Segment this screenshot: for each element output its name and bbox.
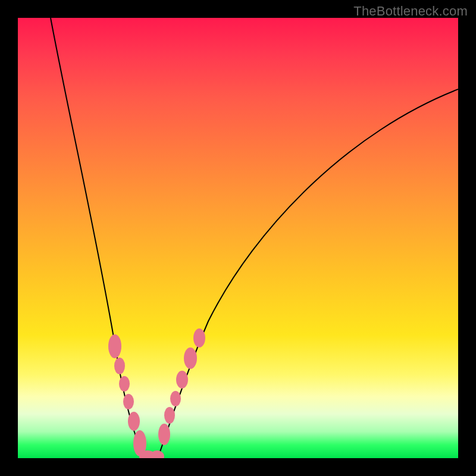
bead-icon: [108, 334, 121, 358]
bead-cluster: [108, 328, 205, 458]
bead-icon: [176, 371, 188, 389]
bead-icon: [128, 412, 140, 431]
curve-left-branch: [51, 18, 146, 458]
bead-icon: [119, 376, 130, 392]
bead-icon: [184, 347, 197, 369]
watermark-text: TheBottleneck.com: [353, 4, 468, 19]
bead-icon: [170, 391, 181, 406]
chart-plot-area: [18, 18, 458, 458]
chart-svg: [18, 18, 458, 458]
bead-icon: [193, 328, 205, 347]
curve-right-branch: [158, 89, 458, 458]
bead-icon: [164, 407, 175, 424]
bead-icon: [114, 358, 125, 374]
bead-icon: [158, 424, 170, 445]
bead-icon: [123, 394, 134, 409]
